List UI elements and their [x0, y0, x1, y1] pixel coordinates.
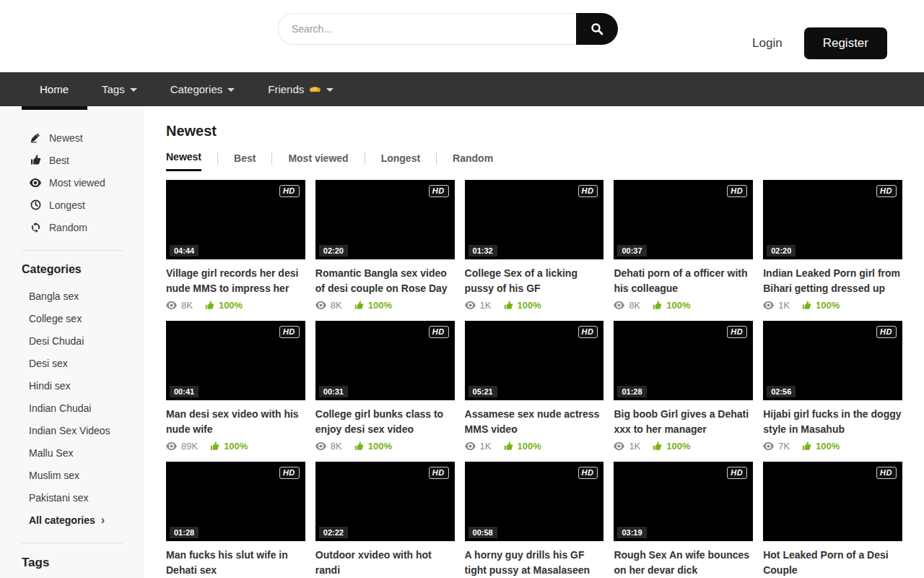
view-count-value: 1K: [480, 441, 492, 452]
all-categories-link[interactable]: All categories ›: [0, 509, 144, 531]
category-link-mallu-sex[interactable]: Mallu Sex: [0, 441, 144, 464]
hd-badge: HD: [429, 185, 449, 197]
nav-item-tags[interactable]: Tags: [102, 72, 137, 106]
video-title[interactable]: A horny guy drills his GF tight pussy at…: [465, 548, 604, 578]
video-thumbnail[interactable]: HD 01:28: [166, 462, 305, 541]
video-title[interactable]: Indian Leaked Porn girl from Bihari gett…: [763, 266, 902, 296]
category-link-college-sex[interactable]: College sex: [0, 307, 144, 329]
video-title[interactable]: Man desi sex video with his nude wife: [166, 407, 305, 437]
video-card[interactable]: HD 05:21 Assamese sex nude actress MMS v…: [465, 321, 604, 452]
video-thumbnail[interactable]: HD: [763, 462, 902, 541]
refresh-icon: [30, 222, 41, 233]
category-link-indian-sex-videos[interactable]: Indian Sex Videos: [0, 419, 144, 441]
search-button[interactable]: [576, 13, 618, 45]
video-card[interactable]: HD 01:32 College Sex of a licking pussy …: [465, 180, 604, 311]
like-percent: 100%: [653, 300, 690, 311]
tab-divider: [271, 152, 272, 165]
like-percent-value: 100%: [224, 441, 248, 452]
video-card[interactable]: HD 02:56 Hijabi girl fucks in the doggy …: [763, 321, 902, 452]
video-thumbnail[interactable]: HD 00:31: [315, 321, 455, 400]
video-card[interactable]: HD 03:19 Rough Sex An wife bounces on he…: [614, 462, 753, 578]
video-title[interactable]: Man fucks his slut wife in Dehati sex: [166, 548, 305, 578]
tab-most-viewed[interactable]: Most viewed: [288, 152, 348, 171]
like-percent-value: 100%: [816, 441, 840, 452]
video-title[interactable]: Big boob Girl gives a Dehati xxx to her …: [614, 407, 753, 437]
view-count: 1K: [465, 441, 492, 452]
video-title[interactable]: Dehati porn of a officer with his collea…: [614, 266, 753, 296]
video-card[interactable]: HD 00:41 Man desi sex video with his nud…: [166, 321, 305, 452]
video-thumbnail[interactable]: HD 02:20: [315, 180, 455, 259]
duration-badge: 00:41: [170, 386, 199, 397]
video-title[interactable]: Village girl records her desi nude MMS t…: [166, 266, 305, 296]
view-count: 8K: [315, 441, 342, 452]
video-title[interactable]: Hijabi girl fucks in the doggy style in …: [763, 407, 902, 437]
video-thumbnail[interactable]: HD 05:21: [465, 321, 604, 400]
video-card[interactable]: HD 00:37 Dehati porn of a officer with h…: [614, 180, 753, 311]
sidebar-item-newest[interactable]: Newest: [0, 126, 144, 149]
video-card[interactable]: HD 02:22 Outdoor xvideo with hot randi: [315, 462, 455, 578]
video-card[interactable]: HD 00:31 College girl bunks class to enj…: [315, 321, 455, 452]
nav-item-categories[interactable]: Categories: [170, 72, 235, 106]
hd-badge: HD: [727, 467, 747, 479]
sidebar-label: Random: [49, 222, 87, 233]
sidebar-item-longest[interactable]: Longest: [0, 194, 144, 216]
video-thumbnail[interactable]: HD 00:37: [614, 180, 753, 259]
category-link-desi-chudai[interactable]: Desi Chudai: [0, 329, 144, 352]
video-thumbnail[interactable]: HD 02:22: [315, 462, 455, 541]
category-link-muslim-sex[interactable]: Muslim sex: [0, 464, 144, 486]
register-button[interactable]: Register: [804, 27, 887, 59]
tab-newest[interactable]: Newest: [166, 151, 201, 171]
video-title[interactable]: College girl bunks class to enjoy desi s…: [315, 407, 455, 437]
video-thumbnail[interactable]: HD 02:20: [763, 180, 902, 259]
video-title[interactable]: College Sex of a licking pussy of his GF: [465, 266, 604, 296]
video-card[interactable]: HD 01:28 Man fucks his slut wife in Deha…: [166, 462, 305, 578]
video-thumbnail[interactable]: HD 03:19: [614, 462, 753, 541]
video-title[interactable]: Outdoor xvideo with hot randi: [315, 548, 455, 578]
tab-random[interactable]: Random: [453, 152, 493, 171]
video-thumbnail[interactable]: HD 04:44: [166, 180, 305, 259]
thumb-up-icon: [504, 301, 513, 310]
nav-item-friends[interactable]: Friends: [268, 72, 334, 106]
like-percent: 100%: [205, 300, 243, 311]
video-meta: 8K 100%: [315, 441, 455, 452]
sidebar-item-random[interactable]: Random: [0, 216, 144, 238]
video-title[interactable]: Assamese sex nude actress MMS video: [465, 407, 604, 437]
category-link-indian-chudai[interactable]: Indian Chudai: [0, 397, 144, 419]
category-link-desi-sex[interactable]: Desi sex: [0, 352, 144, 374]
search-input[interactable]: [278, 13, 576, 45]
chevron-down-icon: [227, 88, 235, 92]
video-card[interactable]: HD 02:20 Romantic Bangla sex video of de…: [315, 180, 455, 311]
video-thumbnail[interactable]: HD 02:56: [763, 321, 902, 400]
video-thumbnail[interactable]: HD 01:28: [614, 321, 753, 400]
video-thumbnail[interactable]: HD 01:32: [465, 180, 604, 259]
sidebar-label: Newest: [49, 132, 83, 144]
category-link-hindi-sex[interactable]: Hindi sex: [0, 374, 144, 397]
video-meta: 1K 100%: [465, 441, 604, 452]
login-link[interactable]: Login: [752, 36, 783, 51]
tab-longest[interactable]: Longest: [381, 152, 420, 171]
video-title[interactable]: Romantic Bangla sex video of desi couple…: [315, 266, 455, 296]
nav-item-home[interactable]: Home: [40, 72, 69, 106]
chevron-down-icon: [130, 88, 137, 92]
video-thumbnail[interactable]: HD 00:41: [166, 321, 305, 400]
sidebar-item-most-viewed[interactable]: Most viewed: [0, 171, 144, 194]
video-card[interactable]: HD 00:58 A horny guy drills his GF tight…: [465, 462, 604, 578]
search-bar: [278, 13, 618, 45]
chevron-right-icon: ›: [101, 514, 105, 526]
hd-badge: HD: [578, 185, 598, 197]
video-card[interactable]: HD 04:44 Village girl records her desi n…: [166, 180, 305, 311]
sidebar-divider: [22, 250, 123, 251]
video-card[interactable]: HD 01:28 Big boob Girl gives a Dehati xx…: [614, 321, 753, 452]
category-link-pakistani-sex[interactable]: Pakistani sex: [0, 486, 144, 509]
tab-best[interactable]: Best: [234, 152, 256, 171]
duration-badge: 00:58: [468, 527, 497, 538]
video-card[interactable]: HD 02:20 Indian Leaked Porn girl from Bi…: [763, 180, 902, 311]
eye-icon: [30, 178, 41, 187]
video-thumbnail[interactable]: HD 00:58: [465, 462, 604, 541]
like-percent-value: 100%: [666, 441, 690, 452]
video-card[interactable]: HD Hot Leaked Porn of a Desi Couple: [763, 462, 902, 578]
category-link-bangla-sex[interactable]: Bangla sex: [0, 285, 144, 307]
sidebar-item-best[interactable]: Best: [0, 149, 144, 171]
video-title[interactable]: Hot Leaked Porn of a Desi Couple: [763, 548, 902, 578]
video-title[interactable]: Rough Sex An wife bounces on her devar d…: [614, 548, 753, 578]
